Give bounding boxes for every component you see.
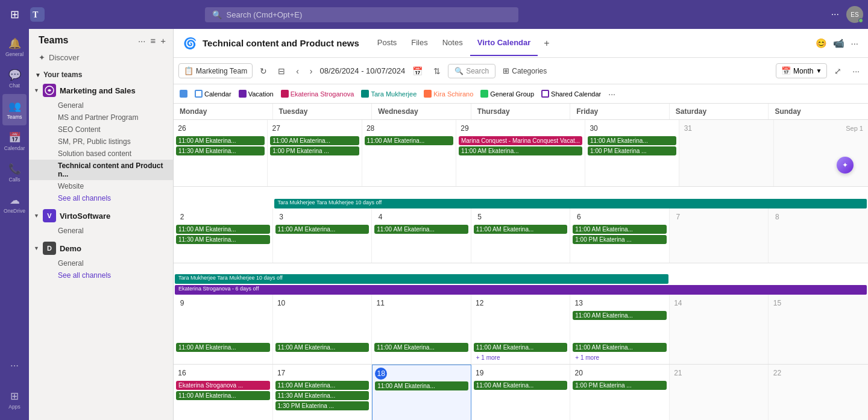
virto-ai-badge[interactable]: ✦ [837,157,854,174]
team-row-marketing[interactable]: ▼ Marketing and Sales [29,81,173,99]
legend-shared-item[interactable]: Shared Calendar [541,90,601,98]
tab-add-btn[interactable]: + [538,31,555,56]
chat-nav-item[interactable]: 💬 Chat [2,63,27,94]
event[interactable]: 11:30 AM Ekaterina... [275,391,370,400]
event[interactable]: 11:00 AM Ekaterina... [275,225,370,234]
event[interactable]: 11:00 AM Ekaterina... [474,225,568,234]
date-picker-btn[interactable]: 📅 [409,64,426,78]
team-select-btn[interactable]: 📋 Marketing Team [178,63,253,78]
search-bar[interactable]: 🔍 Search (Cmd+Opt+E) [205,7,518,22]
channel-website[interactable]: Website [29,180,173,192]
channel-meet-btn[interactable]: 😊 [816,38,827,49]
event-pink[interactable]: Ekaterina Stroganova ... [176,381,270,390]
categories-btn[interactable]: ⊞ Categories [499,64,550,78]
legend-calendar-item[interactable]: Calendar [195,90,231,98]
span-event-tara-w2[interactable]: Tara Mukherjee Tara Mukherjee 10 days of… [274,199,867,208]
cal-cell-sep9[interactable]: 9 [174,295,273,343]
cal-cell-sep6[interactable]: 6 11:00 AM Ekaterina... 1:00 PM Ekaterin… [570,208,670,263]
calendar-search[interactable]: 🔍 Search [448,64,495,78]
channel-solution[interactable]: Solution based content [29,148,173,160]
sidebar-add-btn[interactable]: + [160,36,166,46]
team-row-virto[interactable]: ▼ V VirtoSoftware [29,207,173,225]
cal-cell-sep22[interactable]: 22 [769,365,868,420]
span-event-tara-w3[interactable]: Tara Mukherjee Tara Mukherjee 10 days of… [175,274,668,284]
more-apps-nav-item[interactable]: ··· [2,350,27,381]
event[interactable]: 11:00 AM Ekaterina... [459,146,582,155]
cal-cell-sep3[interactable]: 3 11:00 AM Ekaterina... [273,208,373,263]
event[interactable]: 11:00 AM Ekaterina... [176,225,270,234]
event[interactable]: 11:30 AM Ekaterina... [176,146,265,155]
event[interactable]: 11:00 AM Ekaterina... [176,343,270,352]
event[interactable]: 11:00 AM Ekaterina... [374,343,468,352]
event[interactable]: 1:00 PM Ekaterina ... [573,381,667,390]
cal-more-btn[interactable]: ··· [849,64,863,78]
channel-more-btn[interactable]: ··· [851,38,858,48]
span-event-ekaterina-w3[interactable]: Ekaterina Stroganova - 6 days off [175,285,867,295]
refresh-btn[interactable]: ↻ [256,64,271,78]
legend-general-item[interactable]: General Group [480,90,534,98]
channel-sm-pr[interactable]: SM, PR, Public listings [29,136,173,148]
calls-nav-item[interactable]: 📞 Calls [2,157,27,188]
user-avatar[interactable]: ES [846,6,863,23]
event[interactable]: 1:00 PM Ekaterina ... [573,235,667,244]
sort-btn[interactable]: ⇅ [430,64,444,78]
event[interactable]: 11:30 AM Ekaterina... [176,235,270,244]
cal-cell-sep11[interactable]: 11 [372,295,471,343]
event[interactable]: 11:00 AM Ekaterina... [365,136,453,145]
prev-btn[interactable]: ‹ [292,64,303,78]
legend-selected-item[interactable] [180,90,187,98]
apps-nav-item[interactable]: ⊞ Apps [2,384,27,415]
team-row-demo[interactable]: ▼ D Demo [29,239,173,257]
legend-ekaterina-item[interactable]: Ekaterina Stroganova [281,90,354,98]
cal-cell-sep16[interactable]: 16 Ekaterina Stroganova ... 11:00 AM Eka… [174,365,273,420]
grid-icon[interactable]: ⊞ [5,8,24,21]
channel-general-marketing[interactable]: General [29,99,173,111]
event-marina[interactable]: Marina Conquest - Marina Conquest Vacat.… [459,136,582,145]
expand-view-btn[interactable]: ⤢ [831,64,845,78]
event[interactable]: 11:00 AM Ekaterina... [573,343,667,352]
more-options-btn[interactable]: ··· [831,9,839,20]
event[interactable]: 11:00 AM Ekaterina... [275,343,370,352]
event[interactable]: 11:00 AM Ekaterina... [375,381,468,390]
teams-nav-item[interactable]: 👥 Teams [2,94,27,125]
event[interactable]: 11:00 AM Ekaterina... [474,381,568,390]
activity-nav-item[interactable]: 🔔 General [2,31,27,63]
team-collapse-arrow[interactable]: ▼ [34,87,39,93]
legend-tara-item[interactable]: Tara Mukherjee [361,90,417,98]
more-link[interactable]: + 1 more [474,354,503,362]
legend-kira-item[interactable]: Kira Schirano [424,90,473,98]
calendar-nav-item[interactable]: 📅 Calendar [2,125,27,157]
event[interactable]: 11:00 AM Ekaterina... [573,311,667,320]
channel-video-btn[interactable]: 📹 [833,38,844,49]
see-all-marketing[interactable]: See all channels [29,192,173,204]
cal-cell-sep13[interactable]: 13 11:00 AM Ekaterina... [570,295,670,343]
cal-cell-sep10[interactable]: 10 [273,295,373,343]
tab-virto-calendar[interactable]: Virto Calendar [470,31,538,56]
view-select-btn[interactable]: 📅 Month ▼ [776,63,827,78]
cal-cell-aug31[interactable]: 31 [679,120,773,186]
channel-technical[interactable]: Technical content and Product n... [29,160,173,180]
cal-cell-sep5[interactable]: 5 11:00 AM Ekaterina... [471,208,571,263]
onedrive-nav-item[interactable]: ☁ OneDrive [2,188,27,219]
event[interactable]: 11:00 AM Ekaterina... [176,136,265,145]
cal-cell-sep21[interactable]: 21 [670,365,769,420]
event[interactable]: 11:00 AM Ekaterina... [374,225,468,234]
sidebar-filter-btn[interactable]: ≡ [150,36,156,46]
collapse-teams-arrow[interactable]: ▼ [35,72,41,78]
team-collapse-arrow-d[interactable]: ▼ [34,245,39,251]
channel-general-demo[interactable]: General [29,257,173,269]
grid-view-btn[interactable]: ⊟ [274,64,289,78]
cal-cell-sep14[interactable]: 14 [670,295,769,343]
cal-cell-aug29[interactable]: 29 Marina Conquest - Marina Conquest Vac… [456,120,585,186]
event[interactable]: 1:30 PM Ekaterina ... [275,401,370,410]
channel-ms-partner[interactable]: MS and Partner Program [29,111,173,124]
channel-seo[interactable]: SEO Content [29,124,173,136]
legend-more-btn[interactable]: ··· [608,89,615,99]
event[interactable]: 11:00 AM Ekaterina... [588,136,676,145]
event[interactable]: 1:00 PM Ekaterina ... [588,146,676,155]
cal-cell-sep15[interactable]: 15 [769,295,868,343]
event[interactable]: 1:00 PM Ekaterina ... [270,146,359,155]
sidebar-more-btn[interactable]: ··· [138,36,146,46]
cal-cell-aug28[interactable]: 28 11:00 AM Ekaterina... [362,120,456,186]
event[interactable]: 11:00 AM Ekaterina... [275,381,370,390]
